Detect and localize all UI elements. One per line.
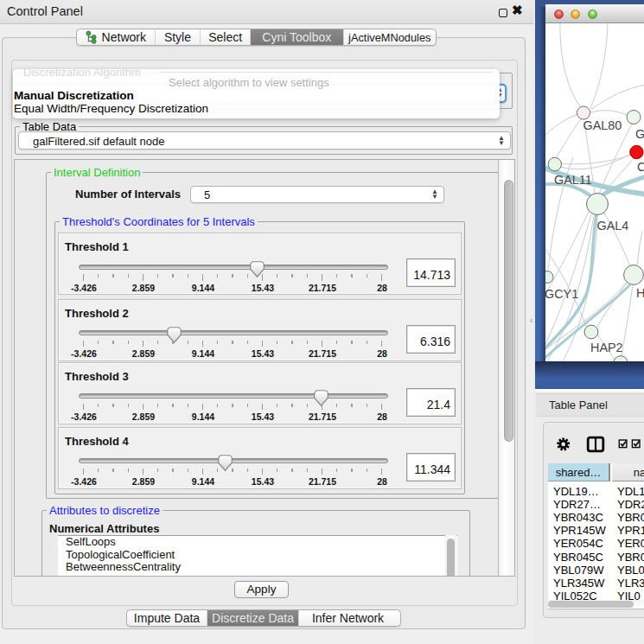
svg-text:C: C bbox=[637, 160, 644, 174]
svg-text:GA: GA bbox=[635, 127, 644, 141]
svg-text:GAL11: GAL11 bbox=[554, 173, 592, 187]
svg-text:GCY1: GCY1 bbox=[545, 287, 578, 301]
svg-text:HAP2: HAP2 bbox=[590, 341, 623, 354]
svg-text:GAL80: GAL80 bbox=[583, 118, 622, 132]
svg-text:H: H bbox=[636, 286, 644, 300]
svg-text:GAL4: GAL4 bbox=[597, 219, 629, 233]
